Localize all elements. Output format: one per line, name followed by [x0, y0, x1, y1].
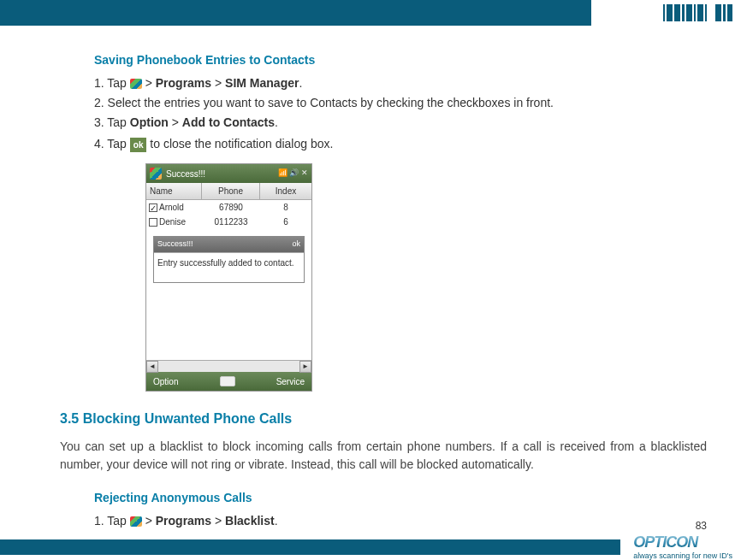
barcode-decoration [663, 4, 732, 21]
ss-window-title: Success!!! [166, 168, 274, 180]
step-3: 3. Tap Option > Add to Contacts. [94, 114, 707, 132]
ok-button: ok [292, 239, 300, 251]
header-bar [0, 0, 741, 26]
logo-area: OPTICON always scanning for new ID's [620, 533, 741, 560]
footer: 83 OPTICON always scanning for new ID's [0, 520, 741, 560]
step-1: 1. Tap > Programs > SIM Manager. [94, 74, 707, 92]
table-row: Denise 0112233 6 [146, 215, 311, 229]
scroll-right-icon: ► [299, 361, 311, 373]
ss-body: Success!!! ok Entry successfully added t… [146, 236, 311, 360]
section-rejecting-title: Rejecting Anonymous Calls [94, 489, 707, 507]
page-content: Saving Phonebook Entries to Contacts 1. … [0, 26, 741, 530]
step-2: 2. Select the entries you want to save t… [94, 94, 707, 112]
ss-bottom-bar: Option Service [146, 372, 311, 391]
ss-status-icons: 📶 🔊 ✕ [278, 168, 308, 180]
col-name: Name [146, 183, 202, 199]
section-3-5-title: 3.5 Blocking Unwanted Phone Calls [60, 409, 707, 429]
start-icon [130, 79, 142, 89]
opticon-logo: OPTICON [633, 533, 732, 551]
step-4: 4. Tap ok to close the notification dial… [94, 135, 707, 153]
table-row: Arnold 67890 8 [146, 200, 311, 215]
section-saving-title: Saving Phonebook Entries to Contacts [94, 51, 707, 69]
logo-tagline: always scanning for new ID's [633, 551, 732, 560]
ss-titlebar: Success!!! 📶 🔊 ✕ [146, 164, 311, 183]
horizontal-scrollbar: ◄ ► [146, 360, 311, 372]
page-number: 83 [0, 520, 741, 532]
checkbox-icon [149, 203, 157, 212]
section-3-5-body: You can set up a blacklist to block inco… [60, 438, 707, 474]
col-index: Index [260, 183, 311, 199]
footer-bar [0, 539, 620, 555]
service-softkey: Service [276, 375, 305, 388]
ss-dialog-message: Entry successfully added to contact. [154, 252, 304, 282]
ss-dialog-titlebar: Success!!! ok [154, 237, 304, 252]
ss-dialog: Success!!! ok Entry successfully added t… [153, 236, 305, 283]
scroll-left-icon: ◄ [146, 361, 158, 373]
keyboard-icon [220, 376, 235, 386]
embedded-screenshot: Success!!! 📶 🔊 ✕ Name Phone Index Arnold… [145, 163, 312, 392]
ss-table-header: Name Phone Index [146, 183, 311, 200]
option-softkey: Option [153, 375, 178, 388]
col-phone: Phone [202, 183, 260, 199]
ok-icon: ok [130, 138, 147, 152]
start-icon [150, 168, 162, 180]
checkbox-icon [149, 218, 157, 227]
